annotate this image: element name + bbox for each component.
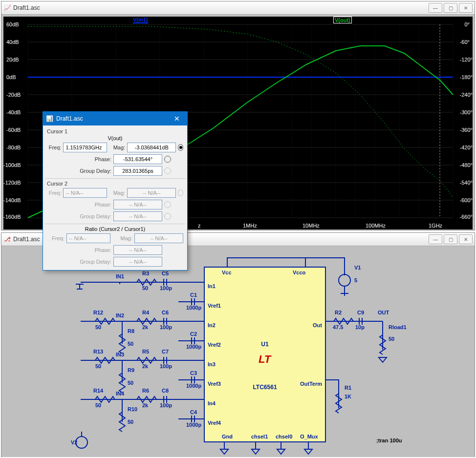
c9-ref[interactable]: C9 [357, 310, 364, 315]
plot-titlebar[interactable]: 📈 Draft1.asc — ▢ ✕ [1, 1, 475, 15]
c1-mag-label: Mag: [107, 145, 127, 150]
svg-point-28 [76, 437, 87, 448]
c1-freq-input[interactable] [63, 143, 107, 152]
ratio-phase-input[interactable] [113, 245, 162, 255]
cursor-dialog-title: Draft1.asc [56, 115, 83, 122]
r2-val[interactable]: 47.5 [333, 324, 343, 330]
r2-ref[interactable]: R2 [335, 310, 342, 315]
v2-ref[interactable]: V2 [71, 439, 77, 445]
schematic-svg [2, 247, 475, 457]
cursor-dialog-titlebar[interactable]: 📊 Draft1.asc ✕ [43, 112, 187, 125]
c2-freq-input[interactable] [63, 188, 107, 198]
svg-point-27 [339, 274, 350, 286]
c8-val[interactable]: 100p [160, 402, 172, 408]
r6-ref[interactable]: R6 [142, 388, 149, 394]
r3-val[interactable]: 50 [142, 285, 148, 291]
minimize-button[interactable]: — [429, 3, 442, 13]
ratio-gd-input[interactable] [113, 257, 162, 267]
c5-val[interactable]: 100p [160, 285, 172, 291]
c2-gd-input[interactable] [113, 211, 162, 221]
r5-val[interactable]: 2k [142, 363, 148, 369]
schematic-minimize-button[interactable]: — [429, 234, 442, 244]
c3-ref[interactable]: C3 [190, 370, 197, 376]
r1-ref[interactable]: R1 [345, 385, 351, 391]
c9-val[interactable]: 10p [355, 324, 365, 330]
c4-val[interactable]: 1000p [186, 422, 201, 428]
cursor1-label: Cursor 1 [47, 128, 183, 134]
close-button[interactable]: ✕ [459, 3, 473, 13]
r14-ref[interactable]: R14 [93, 388, 103, 394]
r1-val[interactable]: 1K [345, 394, 351, 399]
c1-ref[interactable]: C1 [190, 292, 197, 298]
net-in4[interactable]: IN4 [116, 391, 124, 396]
ratio-mag-input[interactable] [134, 233, 183, 243]
c1-phase-radio[interactable] [164, 156, 171, 163]
c2-phase-input[interactable] [113, 200, 162, 209]
rload1-val[interactable]: 50 [389, 336, 394, 342]
net-out[interactable]: OUT [378, 310, 389, 315]
r9-ref[interactable]: R9 [128, 367, 134, 373]
c2-mag-radio[interactable] [178, 189, 183, 196]
plot-title: Draft1.asc [13, 4, 429, 11]
r8-ref[interactable]: R8 [128, 328, 134, 334]
net-in3[interactable]: IN3 [116, 352, 124, 357]
c2-mag-label: Mag: [107, 190, 127, 196]
cursor-dialog-icon: 📊 [46, 115, 53, 122]
ratio-freq-label: Freq: [47, 235, 66, 241]
r12-val[interactable]: 50 [95, 324, 101, 330]
c3-val[interactable]: 1000p [186, 383, 201, 389]
c1-gd-label: Group Delay: [47, 168, 113, 174]
r10-ref[interactable]: R10 [128, 406, 137, 412]
r12-ref[interactable]: R12 [93, 310, 103, 315]
rload1-ref[interactable]: Rload1 [389, 324, 407, 330]
c2-phase-radio[interactable] [164, 201, 171, 208]
c2-freq-label: Freq: [47, 190, 63, 196]
c2-val[interactable]: 1000p [186, 344, 201, 350]
plot-window-icon: 📈 [3, 4, 11, 12]
c1-phase-label: Phase: [47, 156, 113, 162]
c1-gd-input[interactable] [113, 166, 162, 176]
ratio-mag-label: Mag: [110, 235, 134, 241]
schematic-close-button[interactable]: ✕ [459, 234, 473, 244]
r3-ref[interactable]: R3 [142, 271, 149, 276]
r8-val[interactable]: 50 [128, 341, 133, 347]
c2-gd-radio[interactable] [164, 213, 171, 220]
r14-val[interactable]: 50 [95, 402, 101, 408]
v1-val[interactable]: 5 [354, 277, 357, 283]
c2-ref[interactable]: C2 [190, 331, 197, 337]
cursor-dialog[interactable]: 📊 Draft1.asc ✕ Cursor 1 V(out) Freq: Mag… [43, 111, 188, 271]
net-in1[interactable]: IN1 [116, 273, 124, 279]
r13-val[interactable]: 50 [95, 363, 101, 369]
r4-val[interactable]: 2k [142, 324, 148, 330]
cursor1-trace: V(out) [47, 135, 183, 141]
c1-mag-input[interactable] [127, 143, 176, 152]
schematic-maximize-button[interactable]: ▢ [444, 234, 457, 244]
c6-val[interactable]: 100p [160, 324, 172, 330]
c4-ref[interactable]: C4 [190, 409, 197, 415]
maximize-button[interactable]: ▢ [444, 3, 457, 13]
net-in2[interactable]: IN2 [116, 312, 124, 318]
c6-ref[interactable]: C6 [162, 310, 169, 315]
r9-val[interactable]: 50 [128, 380, 133, 386]
r10-val[interactable]: 50 [128, 419, 133, 425]
c7-ref[interactable]: C7 [162, 349, 169, 354]
c7-val[interactable]: 100p [160, 363, 172, 369]
c1-phase-input[interactable] [113, 154, 162, 164]
c2-phase-label: Phase: [47, 202, 113, 208]
ratio-freq-input[interactable] [66, 233, 110, 243]
c2-gd-label: Group Delay: [47, 213, 113, 219]
c1-val[interactable]: 1000p [186, 305, 201, 311]
r13-ref[interactable]: R13 [93, 349, 103, 354]
c1-mag-radio[interactable] [178, 144, 183, 151]
v1-ref[interactable]: V1 [354, 265, 361, 271]
r6-val[interactable]: 2k [142, 402, 148, 408]
r5-ref[interactable]: R5 [142, 349, 149, 354]
c5-ref[interactable]: C5 [162, 271, 169, 276]
schematic-canvas[interactable]: .ac dec 10000 300 3G ;tran 100u U1 LT LT… [2, 247, 475, 457]
c1-gd-radio[interactable] [164, 167, 171, 174]
cursor2-label: Cursor 2 [47, 181, 183, 187]
r4-ref[interactable]: R4 [142, 310, 149, 315]
c2-mag-input[interactable] [127, 188, 176, 198]
cursor-dialog-close-button[interactable]: ✕ [170, 112, 184, 125]
c8-ref[interactable]: C8 [162, 388, 169, 394]
